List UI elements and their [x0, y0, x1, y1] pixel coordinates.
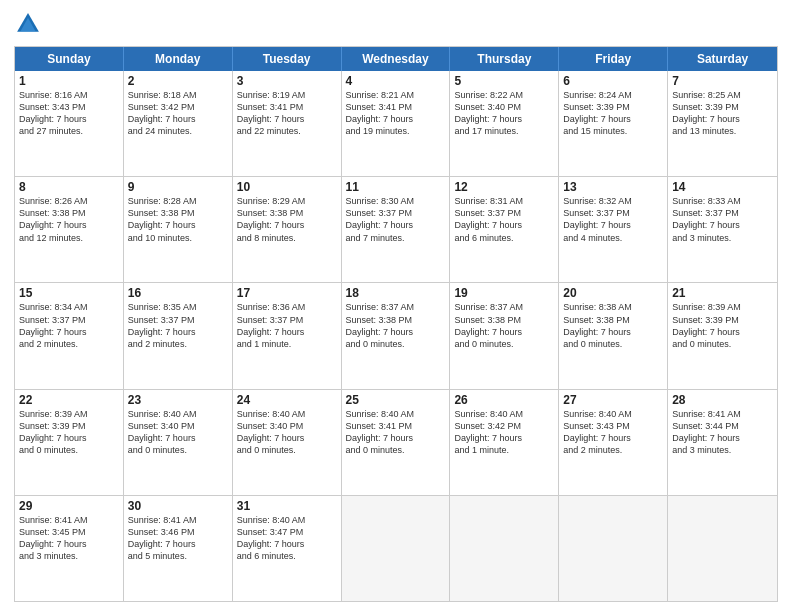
day-number: 13: [563, 180, 663, 194]
day-number: 21: [672, 286, 773, 300]
cell-details: Sunrise: 8:40 AM Sunset: 3:40 PM Dayligh…: [237, 408, 337, 457]
table-row: 22Sunrise: 8:39 AM Sunset: 3:39 PM Dayli…: [15, 390, 124, 495]
cell-details: Sunrise: 8:40 AM Sunset: 3:41 PM Dayligh…: [346, 408, 446, 457]
cell-details: Sunrise: 8:16 AM Sunset: 3:43 PM Dayligh…: [19, 89, 119, 138]
cell-details: Sunrise: 8:24 AM Sunset: 3:39 PM Dayligh…: [563, 89, 663, 138]
table-row: 16Sunrise: 8:35 AM Sunset: 3:37 PM Dayli…: [124, 283, 233, 388]
day-number: 8: [19, 180, 119, 194]
table-row: 2Sunrise: 8:18 AM Sunset: 3:42 PM Daylig…: [124, 71, 233, 176]
calendar-row-3: 15Sunrise: 8:34 AM Sunset: 3:37 PM Dayli…: [15, 282, 777, 388]
table-row: 3Sunrise: 8:19 AM Sunset: 3:41 PM Daylig…: [233, 71, 342, 176]
cell-details: Sunrise: 8:40 AM Sunset: 3:40 PM Dayligh…: [128, 408, 228, 457]
day-number: 11: [346, 180, 446, 194]
day-number: 27: [563, 393, 663, 407]
calendar-row-2: 8Sunrise: 8:26 AM Sunset: 3:38 PM Daylig…: [15, 176, 777, 282]
cell-details: Sunrise: 8:34 AM Sunset: 3:37 PM Dayligh…: [19, 301, 119, 350]
day-number: 18: [346, 286, 446, 300]
header-day-sunday: Sunday: [15, 47, 124, 71]
day-number: 15: [19, 286, 119, 300]
header-day-thursday: Thursday: [450, 47, 559, 71]
cell-details: Sunrise: 8:41 AM Sunset: 3:44 PM Dayligh…: [672, 408, 773, 457]
cell-details: Sunrise: 8:18 AM Sunset: 3:42 PM Dayligh…: [128, 89, 228, 138]
calendar-row-1: 1Sunrise: 8:16 AM Sunset: 3:43 PM Daylig…: [15, 71, 777, 176]
cell-details: Sunrise: 8:40 AM Sunset: 3:42 PM Dayligh…: [454, 408, 554, 457]
day-number: 24: [237, 393, 337, 407]
table-row: 14Sunrise: 8:33 AM Sunset: 3:37 PM Dayli…: [668, 177, 777, 282]
cell-details: Sunrise: 8:37 AM Sunset: 3:38 PM Dayligh…: [346, 301, 446, 350]
table-row: 7Sunrise: 8:25 AM Sunset: 3:39 PM Daylig…: [668, 71, 777, 176]
table-row: [559, 496, 668, 601]
day-number: 9: [128, 180, 228, 194]
day-number: 31: [237, 499, 337, 513]
logo: [14, 10, 46, 38]
day-number: 29: [19, 499, 119, 513]
table-row: 31Sunrise: 8:40 AM Sunset: 3:47 PM Dayli…: [233, 496, 342, 601]
table-row: 27Sunrise: 8:40 AM Sunset: 3:43 PM Dayli…: [559, 390, 668, 495]
table-row: 1Sunrise: 8:16 AM Sunset: 3:43 PM Daylig…: [15, 71, 124, 176]
table-row: [342, 496, 451, 601]
table-row: 29Sunrise: 8:41 AM Sunset: 3:45 PM Dayli…: [15, 496, 124, 601]
table-row: 15Sunrise: 8:34 AM Sunset: 3:37 PM Dayli…: [15, 283, 124, 388]
cell-details: Sunrise: 8:26 AM Sunset: 3:38 PM Dayligh…: [19, 195, 119, 244]
table-row: [450, 496, 559, 601]
table-row: 30Sunrise: 8:41 AM Sunset: 3:46 PM Dayli…: [124, 496, 233, 601]
table-row: 13Sunrise: 8:32 AM Sunset: 3:37 PM Dayli…: [559, 177, 668, 282]
table-row: 25Sunrise: 8:40 AM Sunset: 3:41 PM Dayli…: [342, 390, 451, 495]
day-number: 2: [128, 74, 228, 88]
table-row: 9Sunrise: 8:28 AM Sunset: 3:38 PM Daylig…: [124, 177, 233, 282]
page: SundayMondayTuesdayWednesdayThursdayFrid…: [0, 0, 792, 612]
cell-details: Sunrise: 8:30 AM Sunset: 3:37 PM Dayligh…: [346, 195, 446, 244]
header-day-tuesday: Tuesday: [233, 47, 342, 71]
calendar-row-5: 29Sunrise: 8:41 AM Sunset: 3:45 PM Dayli…: [15, 495, 777, 601]
day-number: 5: [454, 74, 554, 88]
table-row: 20Sunrise: 8:38 AM Sunset: 3:38 PM Dayli…: [559, 283, 668, 388]
cell-details: Sunrise: 8:35 AM Sunset: 3:37 PM Dayligh…: [128, 301, 228, 350]
day-number: 10: [237, 180, 337, 194]
table-row: 12Sunrise: 8:31 AM Sunset: 3:37 PM Dayli…: [450, 177, 559, 282]
cell-details: Sunrise: 8:25 AM Sunset: 3:39 PM Dayligh…: [672, 89, 773, 138]
table-row: 24Sunrise: 8:40 AM Sunset: 3:40 PM Dayli…: [233, 390, 342, 495]
cell-details: Sunrise: 8:31 AM Sunset: 3:37 PM Dayligh…: [454, 195, 554, 244]
day-number: 7: [672, 74, 773, 88]
cell-details: Sunrise: 8:28 AM Sunset: 3:38 PM Dayligh…: [128, 195, 228, 244]
header: [14, 10, 778, 38]
table-row: 11Sunrise: 8:30 AM Sunset: 3:37 PM Dayli…: [342, 177, 451, 282]
cell-details: Sunrise: 8:37 AM Sunset: 3:38 PM Dayligh…: [454, 301, 554, 350]
day-number: 19: [454, 286, 554, 300]
table-row: 28Sunrise: 8:41 AM Sunset: 3:44 PM Dayli…: [668, 390, 777, 495]
cell-details: Sunrise: 8:19 AM Sunset: 3:41 PM Dayligh…: [237, 89, 337, 138]
table-row: 19Sunrise: 8:37 AM Sunset: 3:38 PM Dayli…: [450, 283, 559, 388]
day-number: 25: [346, 393, 446, 407]
logo-icon: [14, 10, 42, 38]
cell-details: Sunrise: 8:36 AM Sunset: 3:37 PM Dayligh…: [237, 301, 337, 350]
cell-details: Sunrise: 8:40 AM Sunset: 3:43 PM Dayligh…: [563, 408, 663, 457]
table-row: 23Sunrise: 8:40 AM Sunset: 3:40 PM Dayli…: [124, 390, 233, 495]
calendar-header-row: SundayMondayTuesdayWednesdayThursdayFrid…: [15, 47, 777, 71]
day-number: 14: [672, 180, 773, 194]
cell-details: Sunrise: 8:33 AM Sunset: 3:37 PM Dayligh…: [672, 195, 773, 244]
day-number: 16: [128, 286, 228, 300]
header-day-wednesday: Wednesday: [342, 47, 451, 71]
table-row: 8Sunrise: 8:26 AM Sunset: 3:38 PM Daylig…: [15, 177, 124, 282]
table-row: 17Sunrise: 8:36 AM Sunset: 3:37 PM Dayli…: [233, 283, 342, 388]
table-row: 18Sunrise: 8:37 AM Sunset: 3:38 PM Dayli…: [342, 283, 451, 388]
day-number: 20: [563, 286, 663, 300]
table-row: 5Sunrise: 8:22 AM Sunset: 3:40 PM Daylig…: [450, 71, 559, 176]
day-number: 4: [346, 74, 446, 88]
day-number: 23: [128, 393, 228, 407]
cell-details: Sunrise: 8:41 AM Sunset: 3:46 PM Dayligh…: [128, 514, 228, 563]
day-number: 3: [237, 74, 337, 88]
calendar-row-4: 22Sunrise: 8:39 AM Sunset: 3:39 PM Dayli…: [15, 389, 777, 495]
header-day-saturday: Saturday: [668, 47, 777, 71]
day-number: 26: [454, 393, 554, 407]
header-day-friday: Friday: [559, 47, 668, 71]
cell-details: Sunrise: 8:38 AM Sunset: 3:38 PM Dayligh…: [563, 301, 663, 350]
day-number: 30: [128, 499, 228, 513]
cell-details: Sunrise: 8:39 AM Sunset: 3:39 PM Dayligh…: [672, 301, 773, 350]
cell-details: Sunrise: 8:39 AM Sunset: 3:39 PM Dayligh…: [19, 408, 119, 457]
day-number: 6: [563, 74, 663, 88]
day-number: 28: [672, 393, 773, 407]
cell-details: Sunrise: 8:22 AM Sunset: 3:40 PM Dayligh…: [454, 89, 554, 138]
day-number: 12: [454, 180, 554, 194]
table-row: 10Sunrise: 8:29 AM Sunset: 3:38 PM Dayli…: [233, 177, 342, 282]
